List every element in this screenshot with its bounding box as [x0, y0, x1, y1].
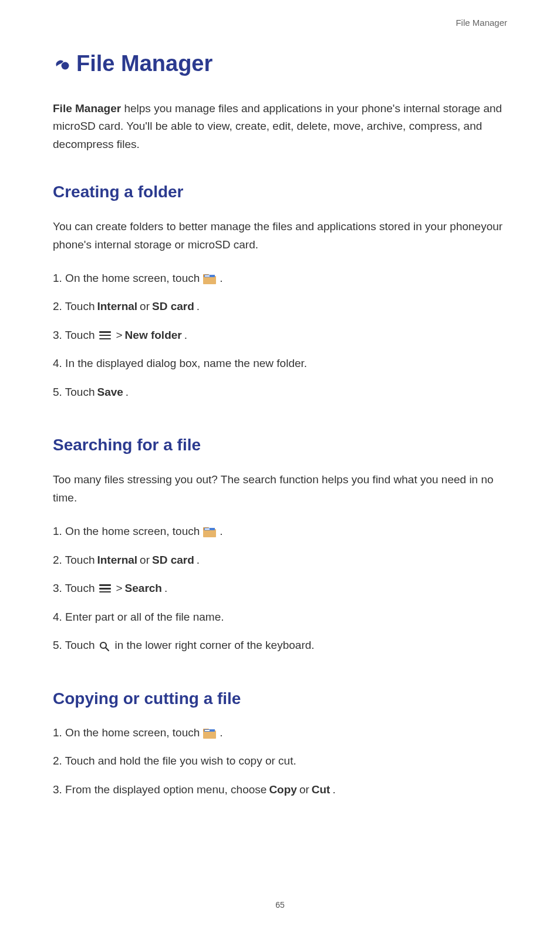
step-item: 2. Touch Internal or SD card . — [53, 552, 507, 569]
step-text: . — [220, 725, 222, 742]
svg-point-0 — [62, 62, 69, 69]
step-text: . — [220, 270, 222, 287]
step-text: 2. Touch — [53, 552, 95, 569]
step-text: 3. Touch — [53, 327, 95, 344]
step-text: or — [299, 782, 309, 799]
svg-rect-4 — [205, 275, 210, 277]
step-bold: SD card — [152, 298, 194, 315]
title-row: File Manager — [53, 51, 507, 76]
step-item: 2. Touch and hold the file you wish to c… — [53, 753, 507, 770]
svg-rect-5 — [203, 529, 216, 537]
step-item: 5. Touch Save . — [53, 384, 507, 401]
file-manager-app-icon — [203, 727, 216, 739]
step-text: . — [220, 523, 222, 540]
step-text: . — [197, 552, 200, 569]
section-heading-copying-cutting: Copying or cutting a file — [53, 689, 507, 708]
document-page: File Manager File Manager File Manager h… — [0, 0, 560, 926]
page-number: 65 — [0, 900, 560, 910]
step-text: 1. On the home screen, touch — [53, 523, 200, 540]
svg-rect-14 — [205, 730, 210, 731]
search-icon — [99, 640, 110, 651]
section-heading-searching-file: Searching for a file — [53, 436, 507, 454]
svg-rect-8 — [205, 528, 210, 530]
step-bold: Cut — [312, 782, 330, 799]
step-text: . — [197, 298, 200, 315]
step-bold: Save — [97, 384, 123, 401]
step-text: 2. Touch and hold the file you wish to c… — [53, 753, 296, 770]
step-text: 2. Touch — [53, 298, 95, 315]
section-intro: You can create folders to better manage … — [53, 218, 507, 254]
step-text: . — [332, 782, 335, 799]
intro-paragraph: File Manager helps you manage files and … — [53, 100, 507, 153]
step-item: 1. On the home screen, touch . — [53, 270, 507, 287]
step-item: 2. Touch Internal or SD card . — [53, 298, 507, 315]
step-item: 3. Touch > Search . — [53, 580, 507, 597]
step-text: or — [140, 552, 150, 569]
step-text: 4. In the displayed dialog box, name the… — [53, 355, 307, 372]
svg-rect-1 — [203, 276, 216, 284]
step-bold: New folder — [125, 327, 182, 344]
step-text: > — [116, 580, 122, 597]
step-bold: Search — [125, 580, 162, 597]
step-text: > — [116, 327, 122, 344]
step-bold: Internal — [97, 298, 137, 315]
step-text: or — [140, 298, 150, 315]
step-text: . — [184, 327, 187, 344]
menu-icon — [99, 331, 111, 339]
step-text: 5. Touch — [53, 384, 95, 401]
step-text: . — [164, 580, 167, 597]
step-item: 5. Touch in the lower right corner of th… — [53, 637, 507, 654]
step-bold: Internal — [97, 552, 137, 569]
menu-icon — [99, 584, 111, 592]
page-title: File Manager — [76, 51, 212, 76]
step-text: 1. On the home screen, touch — [53, 270, 200, 287]
header-label: File Manager — [53, 18, 507, 28]
step-bold: SD card — [152, 552, 194, 569]
step-text: 3. From the displayed option menu, choos… — [53, 782, 266, 799]
step-text: 5. Touch — [53, 637, 95, 654]
file-manager-app-icon — [203, 272, 216, 284]
step-item: 3. From the displayed option menu, choos… — [53, 782, 507, 799]
step-item: 4. Enter part or all of the file name. — [53, 609, 507, 626]
step-item: 1. On the home screen, touch . — [53, 523, 507, 540]
svg-line-10 — [106, 648, 109, 651]
step-text: 3. Touch — [53, 580, 95, 597]
step-item: 1. On the home screen, touch . — [53, 725, 507, 742]
step-item: 4. In the displayed dialog box, name the… — [53, 355, 507, 372]
step-item: 3. Touch > New folder . — [53, 327, 507, 344]
svg-rect-11 — [203, 730, 216, 739]
app-logo-icon — [53, 56, 70, 72]
step-text: 4. Enter part or all of the file name. — [53, 609, 224, 626]
step-text: 1. On the home screen, touch — [53, 725, 200, 742]
section-heading-creating-folder: Creating a folder — [53, 183, 507, 201]
step-text: . — [126, 384, 129, 401]
intro-bold: File Manager — [53, 102, 121, 115]
step-bold: Copy — [269, 782, 297, 799]
step-text: in the lower right corner of the keyboar… — [114, 637, 314, 654]
section-intro: Too many files stressing you out? The se… — [53, 471, 507, 507]
file-manager-app-icon — [203, 526, 216, 537]
